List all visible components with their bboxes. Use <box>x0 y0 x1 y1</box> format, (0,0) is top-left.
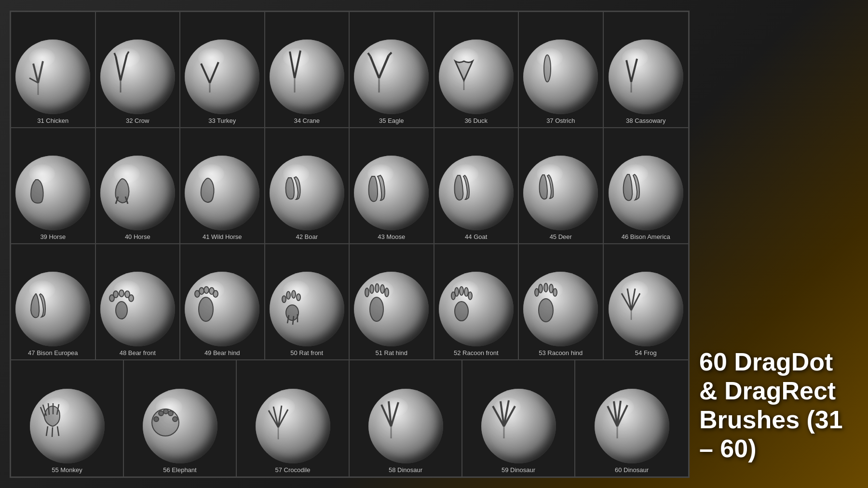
brush-sphere-53 <box>523 272 598 346</box>
svg-point-40 <box>282 296 286 303</box>
svg-point-43 <box>297 294 300 301</box>
info-line2: & DragRect <box>699 377 836 405</box>
svg-line-9 <box>201 64 210 83</box>
info-line1: 60 DragDot <box>699 348 833 376</box>
svg-point-55 <box>455 288 459 296</box>
brush-item-58: 58 Dinosaur <box>350 360 462 476</box>
svg-point-30 <box>119 290 124 297</box>
info-panel: 60 DragDot & DragRect Brushes (31 – 60) <box>690 11 858 478</box>
brush-sphere-58 <box>368 389 443 463</box>
svg-line-4 <box>116 56 121 80</box>
brush-label-58: 58 Dinosaur <box>389 466 422 474</box>
brush-item-32: 32 Crow <box>96 12 181 127</box>
brush-item-36: 36 Duck <box>434 12 519 127</box>
brush-sphere-55 <box>30 389 105 463</box>
brush-item-53: 53 Racoon hind <box>519 244 604 359</box>
brush-label-31: 31 Chicken <box>37 117 68 124</box>
brush-sphere-45 <box>523 156 598 230</box>
brush-item-47: 47 Bison Europea <box>11 244 96 359</box>
svg-point-56 <box>460 287 463 295</box>
svg-line-18 <box>368 53 370 56</box>
brush-label-34: 34 Crane <box>294 117 320 124</box>
svg-point-42 <box>292 290 296 298</box>
brush-item-41: 41 Wild Horse <box>180 128 265 243</box>
brush-label-42: 42 Boar <box>296 233 318 240</box>
svg-line-7 <box>114 53 116 56</box>
svg-point-58 <box>468 292 472 300</box>
brush-label-35: 35 Eagle <box>379 117 404 124</box>
svg-point-35 <box>199 288 204 294</box>
brush-sphere-31 <box>15 40 90 114</box>
brush-label-54: 54 Frog <box>635 349 657 356</box>
svg-point-81 <box>163 409 168 414</box>
svg-line-15 <box>370 56 379 78</box>
brush-sphere-46 <box>609 156 683 230</box>
svg-point-27 <box>116 302 127 319</box>
svg-point-49 <box>370 285 374 293</box>
brush-label-49: 49 Bear hind <box>204 349 240 356</box>
svg-line-22 <box>626 60 631 82</box>
brush-item-45: 45 Deer <box>519 128 604 243</box>
svg-point-29 <box>113 291 118 298</box>
brush-sphere-48 <box>100 272 175 346</box>
brush-label-44: 44 Goat <box>465 233 487 240</box>
svg-point-32 <box>129 295 134 302</box>
svg-point-33 <box>199 297 213 321</box>
brush-item-46: 46 Bison America <box>604 128 689 243</box>
brush-sphere-49 <box>185 272 259 346</box>
svg-point-41 <box>286 291 290 299</box>
brush-item-34: 34 Crane <box>265 12 350 127</box>
svg-line-77 <box>57 426 59 436</box>
brush-item-44: 44 Goat <box>434 128 519 243</box>
svg-line-13 <box>295 51 300 78</box>
brush-sphere-50 <box>270 272 344 346</box>
svg-point-62 <box>544 283 548 292</box>
brush-label-36: 36 Duck <box>464 117 488 124</box>
svg-point-48 <box>365 288 369 297</box>
svg-point-82 <box>168 411 173 416</box>
svg-point-38 <box>213 290 218 297</box>
svg-point-64 <box>553 289 557 296</box>
brush-sphere-34 <box>270 40 344 114</box>
svg-point-52 <box>385 288 389 297</box>
brush-sphere-37 <box>523 40 598 114</box>
brush-label-56: 56 Elephant <box>163 466 196 474</box>
svg-line-75 <box>46 426 48 436</box>
brush-item-60: 60 Dinosaur <box>575 360 688 476</box>
grid-row-4: 55 Monkey 56 El <box>11 360 688 476</box>
brush-item-55: 55 Monkey <box>11 360 124 476</box>
brush-label-32: 32 Crow <box>126 117 149 124</box>
info-text: 60 DragDot & DragRect Brushes (31 – 60) <box>699 348 849 463</box>
brush-sphere-36 <box>439 40 514 114</box>
brush-label-38: 38 Cassowary <box>626 117 665 124</box>
svg-line-23 <box>631 59 637 82</box>
svg-line-5 <box>121 55 127 80</box>
main-container: 31 Chicken 32 Crow <box>0 0 868 488</box>
brush-sphere-38 <box>609 40 683 114</box>
svg-point-21 <box>544 55 551 82</box>
brush-sphere-56 <box>143 389 217 463</box>
brush-item-50: 50 Rat front <box>265 244 350 359</box>
svg-point-80 <box>159 411 163 416</box>
brush-item-49: 49 Bear hind <box>180 244 265 359</box>
brush-label-40: 40 Horse <box>125 233 150 240</box>
svg-point-57 <box>464 288 468 296</box>
brush-sphere-54 <box>609 272 683 346</box>
svg-line-10 <box>210 62 218 83</box>
brush-label-55: 55 Monkey <box>52 466 82 474</box>
svg-point-51 <box>380 285 384 293</box>
grid-row-3: 47 Bison Europea <box>11 244 688 360</box>
brush-sphere-59 <box>481 389 556 463</box>
brush-item-57: 57 Crocodile <box>237 360 350 476</box>
info-line3: Brushes (31 – 60) <box>699 406 843 462</box>
brush-item-31: 31 Chicken <box>11 12 96 127</box>
brush-label-53: 53 Racoon hind <box>539 349 583 356</box>
brush-label-39: 39 Horse <box>40 233 66 240</box>
brush-sphere-32 <box>100 40 175 114</box>
brush-label-43: 43 Moose <box>378 233 405 240</box>
brush-item-35: 35 Eagle <box>350 12 434 127</box>
brush-sphere-44 <box>439 156 514 230</box>
brush-sphere-52 <box>439 272 514 346</box>
svg-line-19 <box>389 53 392 55</box>
brush-label-59: 59 Dinosaur <box>502 466 535 474</box>
